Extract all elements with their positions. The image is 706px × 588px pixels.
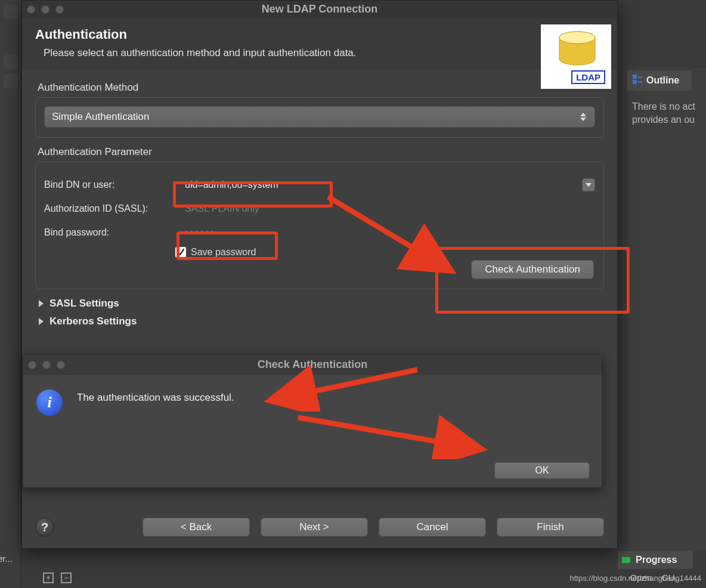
svg-rect-2 [633, 80, 637, 84]
auth-method-section-label: Authentication Method [38, 82, 602, 94]
save-password-row: Save password [175, 247, 595, 258]
help-button[interactable]: ? [35, 518, 54, 537]
sasl-label: Authorization ID (SASL): [44, 203, 174, 214]
status-bar-icons: + − [43, 572, 72, 583]
collapse-panel-icon[interactable]: − [61, 572, 72, 583]
chevron-right-icon [39, 318, 44, 325]
save-password-label: Save password [191, 247, 256, 258]
outline-empty-line: There is no act [632, 100, 706, 113]
password-row: Bind password: •••••• [44, 223, 595, 242]
bind-dn-history-button[interactable] [582, 178, 595, 191]
gutter-tool-icon [4, 5, 18, 19]
progress-icon [621, 556, 631, 564]
svg-rect-3 [638, 81, 642, 82]
tab-outline[interactable]: Outline [627, 70, 692, 91]
outline-icon [632, 74, 643, 87]
bind-dn-label: Bind DN or user: [44, 180, 174, 190]
check-authentication-button[interactable]: Check Authentication [471, 260, 594, 279]
info-dialog-message: The authentication was successful. [77, 389, 234, 416]
svg-rect-1 [638, 77, 642, 78]
auth-method-selected: Simple Authentication [52, 111, 150, 123]
wizard-titlebar[interactable]: New LDAP Connection [22, 1, 617, 18]
info-dialog-title: Check Authentication [23, 358, 602, 371]
back-button[interactable]: < Back [143, 518, 250, 537]
chevron-right-icon [39, 300, 44, 307]
check-auth-result-dialog: Check Authentication i The authenticatio… [23, 354, 602, 488]
watermark-url: https://blog.csdn.net/zhangbeng14444 [570, 574, 701, 583]
wizard-button-bar: ? < Back Next > Cancel Finish [22, 506, 617, 548]
ok-button[interactable]: OK [494, 462, 590, 479]
password-input[interactable]: •••••• [180, 223, 595, 242]
tab-progress[interactable]: Progress [618, 551, 693, 569]
wizard-header: Authentication Please select an authenti… [22, 18, 617, 70]
cancel-button[interactable]: Cancel [379, 518, 486, 537]
info-icon: i [36, 389, 63, 416]
auth-method-group: Simple Authentication [35, 97, 604, 138]
outline-empty-line: provides an ou [632, 113, 706, 126]
outline-empty-message: There is no act provides an ou [630, 100, 706, 127]
wizard-title: New LDAP Connection [22, 3, 617, 16]
svg-rect-0 [633, 75, 637, 79]
next-button[interactable]: Next > [261, 518, 368, 537]
chevron-updown-icon [578, 112, 589, 122]
auth-param-group: Bind DN or user: uid=admin,ou=system Aut… [35, 162, 604, 289]
auth-param-section-label: Authentication Parameter [38, 146, 602, 158]
expand-panel-icon[interactable]: + [43, 572, 54, 583]
page-heading: Authentication [35, 27, 604, 42]
gutter-tool-icon [4, 74, 18, 88]
svg-point-5 [559, 32, 595, 44]
sasl-row: Authorization ID (SASL): SASL PLAIN only [44, 199, 595, 218]
tab-outline-label: Outline [646, 75, 679, 86]
page-subtitle: Please select an authentication method a… [35, 47, 604, 59]
info-dialog-titlebar[interactable]: Check Authentication [23, 355, 602, 375]
gutter-tool-icon [4, 55, 18, 69]
password-label: Bind password: [44, 227, 174, 238]
save-password-checkbox[interactable] [175, 247, 186, 258]
bind-dn-input[interactable]: uid=admin,ou=system [180, 175, 576, 194]
kerberos-settings-expander[interactable]: Kerberos Settings [39, 315, 600, 327]
auth-method-select[interactable]: Simple Authentication [44, 106, 595, 128]
database-icon [556, 29, 598, 71]
finish-button[interactable]: Finish [497, 518, 604, 537]
truncated-view-label: er... [0, 553, 13, 564]
bind-dn-row: Bind DN or user: uid=admin,ou=system [44, 175, 595, 194]
sasl-settings-label: SASL Settings [49, 298, 119, 310]
sasl-settings-expander[interactable]: SASL Settings [39, 298, 600, 310]
tab-progress-label: Progress [636, 555, 677, 565]
sasl-input: SASL PLAIN only [180, 199, 595, 218]
kerberos-settings-label: Kerberos Settings [49, 315, 137, 327]
ide-left-gutter [0, 0, 21, 588]
ide-right-panel [628, 68, 706, 551]
info-dialog-body: i The authentication was successful. [23, 375, 602, 422]
